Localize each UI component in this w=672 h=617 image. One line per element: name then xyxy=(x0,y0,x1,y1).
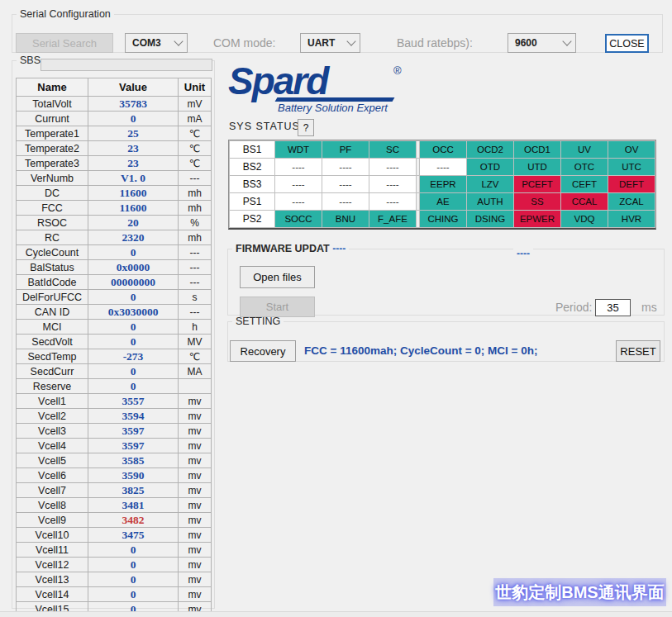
sbs-cell-unit: ℃ xyxy=(179,156,212,171)
status-flag: CEFT xyxy=(561,176,608,192)
sbs-cell-name: Vcell5 xyxy=(17,453,88,468)
watermark-text: 世豹定制BMS通讯界面 xyxy=(493,578,666,606)
sbs-cell-value: 0 xyxy=(88,290,179,305)
table-row: SecdCurr0MA xyxy=(17,364,212,379)
sbs-cell-value: 0 xyxy=(88,558,179,572)
firmware-status-dashes-2: ---- xyxy=(513,248,533,259)
sbs-cell-name: Vcell8 xyxy=(17,498,88,513)
sbs-cell-value: 0 xyxy=(88,587,179,602)
status-flag: OTC xyxy=(561,159,608,175)
table-row: Vcell33597mv xyxy=(17,424,212,439)
sbs-cell-value: 3597 xyxy=(88,439,179,453)
table-row: Vcell73825mv xyxy=(17,483,212,498)
sbs-cell-unit: mv xyxy=(179,513,212,528)
status-row-label: PS1 xyxy=(230,193,274,210)
sbs-cell-unit: mv xyxy=(179,558,212,572)
status-row-label: BS3 xyxy=(230,176,274,192)
sbs-cell-name: SecdVolt xyxy=(17,335,88,349)
sbs-cell-name: SecdCurr xyxy=(17,364,88,379)
logo-wordmark: Spard xyxy=(228,63,418,99)
table-row: RSOC20% xyxy=(17,216,212,230)
table-row: Vcell43597mv xyxy=(17,439,212,453)
sbs-cell-unit: mv xyxy=(179,528,212,543)
status-flag: UTD xyxy=(514,159,560,175)
sbs-cell-unit: mv xyxy=(179,587,212,602)
sbs-cell-value: 23 xyxy=(88,141,179,156)
sys-status-grid-body: BS1WDTPFSCOCCOCD2OCD1UVOVBS2------------… xyxy=(230,141,655,227)
sbs-cell-name: Vcell4 xyxy=(17,439,88,453)
status-flag: WDT xyxy=(275,141,322,158)
start-button[interactable]: Start xyxy=(240,297,315,317)
table-row: Vcell110mv xyxy=(17,543,212,558)
sbs-cell-name: Vcell1 xyxy=(17,394,88,409)
chevron-down-icon xyxy=(174,36,183,45)
open-files-button[interactable]: Open files xyxy=(240,266,315,288)
status-flag: CCAL xyxy=(561,193,608,210)
sbs-cell-name: Currunt xyxy=(17,112,88,126)
com-mode-value: UART xyxy=(307,37,335,49)
table-row: BatIdCode00000000--- xyxy=(17,275,212,290)
sbs-cell-unit: mv xyxy=(179,439,212,453)
setting-title: SETTING xyxy=(232,316,284,327)
com-mode-select[interactable]: UART xyxy=(300,33,360,53)
com-port-select[interactable]: COM3 xyxy=(125,33,188,53)
status-flag: ---- xyxy=(369,176,416,192)
table-row: Vcell23594mv xyxy=(17,409,212,424)
sbs-cell-value: 11600 xyxy=(88,186,179,201)
recovery-button[interactable]: Recovery xyxy=(230,340,296,362)
sbs-cell-name: Vcell9 xyxy=(17,513,88,528)
sbs-cell-name: Vcell6 xyxy=(17,468,88,483)
sbs-cell-value: 00000000 xyxy=(88,275,179,290)
status-flag: ---- xyxy=(275,176,322,192)
sbs-cell-value: 3825 xyxy=(88,483,179,498)
sbs-cell-value: 0 xyxy=(88,364,179,379)
sbs-cell-value: 3557 xyxy=(88,394,179,409)
baud-rate-label: Baud ratebps): xyxy=(397,36,473,50)
table-row: RC2320mh xyxy=(17,230,212,245)
chevron-down-icon xyxy=(346,36,355,45)
help-button[interactable]: ? xyxy=(298,119,314,136)
sbs-cell-unit xyxy=(179,379,212,394)
sbs-cell-value: 20 xyxy=(88,216,179,230)
table-row: Temperate223℃ xyxy=(17,141,212,156)
sbs-cell-unit: mv xyxy=(179,498,212,513)
status-flag: OTD xyxy=(467,159,513,175)
sbs-cell-name: Temperate1 xyxy=(17,126,88,141)
firmware-update-title: FIRMWARE UPDAT ---- xyxy=(232,243,349,254)
baud-rate-select[interactable]: 9600 xyxy=(508,33,576,53)
status-grid-spacer xyxy=(417,159,419,175)
status-flag: PCEFT xyxy=(514,176,560,192)
status-row: PS1------------AEAUTHSSCCALZCAL xyxy=(230,193,655,210)
status-flag: EEPR xyxy=(420,176,466,192)
status-flag: OCD2 xyxy=(467,141,513,158)
sys-status-title: SYS STATUS xyxy=(229,121,300,132)
sbs-cell-value: 3481 xyxy=(88,498,179,513)
firmware-update-group: FIRMWARE UPDAT ---- ---- Open files Star… xyxy=(227,243,665,316)
status-flag: VDQ xyxy=(561,211,608,227)
sbs-table-body: TotalVolt35783mVCurrunt0mATemperate125℃T… xyxy=(17,97,212,617)
reset-button[interactable]: RESET xyxy=(616,340,660,362)
table-row: VerNumbV1. 0--- xyxy=(17,171,212,186)
sbs-cell-unit: mv xyxy=(179,424,212,439)
sbs-cell-unit: mh xyxy=(179,186,212,201)
status-grid-spacer xyxy=(417,141,419,158)
sbs-cell-value: 3594 xyxy=(88,409,179,424)
period-input[interactable] xyxy=(595,299,631,316)
baud-rate-value: 9600 xyxy=(515,37,537,49)
chevron-down-icon xyxy=(562,36,571,45)
sbs-cell-name: VerNumb xyxy=(17,171,88,186)
table-row: Vcell103475mv xyxy=(17,528,212,543)
status-flag: ---- xyxy=(369,159,416,175)
status-flag: DEFT xyxy=(608,176,655,192)
sbs-cell-value: 23 xyxy=(88,156,179,171)
registered-trademark-icon: ® xyxy=(393,64,402,77)
sbs-cell-value: 0 xyxy=(88,379,179,394)
status-flag: AUTH xyxy=(467,193,513,210)
serial-search-button[interactable]: Serial Search xyxy=(16,33,113,53)
com-port-value: COM3 xyxy=(132,37,161,49)
table-row: Vcell140mv xyxy=(17,587,212,602)
close-button[interactable]: CLOSE xyxy=(605,34,649,53)
table-row: Vcell93482mv xyxy=(17,513,212,528)
status-grid-spacer xyxy=(417,193,419,210)
spard-logo: Spard ® Battery Solution Expert xyxy=(228,63,418,114)
